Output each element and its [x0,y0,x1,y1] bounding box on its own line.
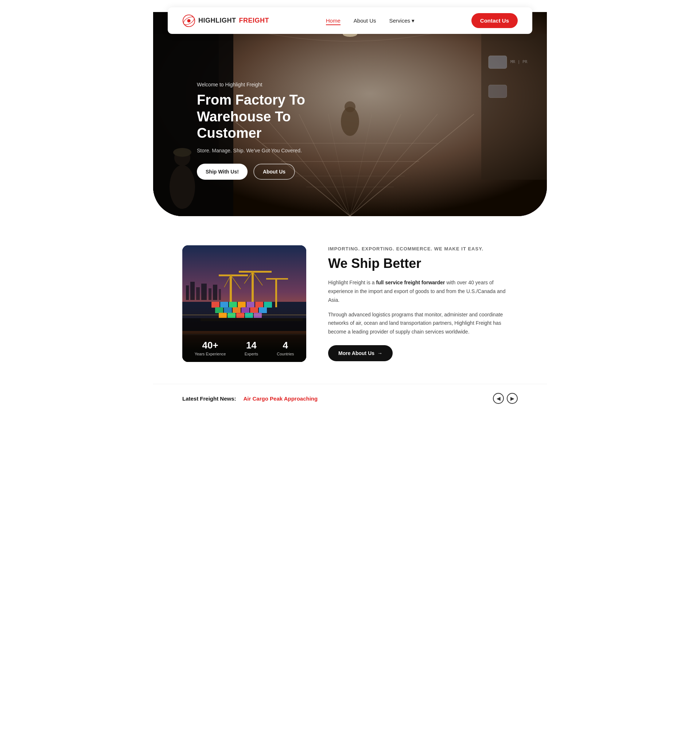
news-next-button[interactable]: ▶ [507,393,518,404]
svg-rect-58 [232,307,241,313]
stat-countries: 4 Countries [277,340,294,356]
svg-rect-33 [196,287,200,300]
stats-overlay: 40+ Years Experience 14 Experts 4 Countr… [182,334,306,362]
svg-rect-60 [250,307,258,313]
svg-rect-28 [488,85,507,98]
stat-years-number: 40+ [195,340,226,351]
nav-links: Home About Us Services ▾ [326,17,414,24]
arrow-left-icon: ◀ [497,395,501,401]
logo-text-highlight: HIGHLIGHT [198,17,236,25]
svg-point-2 [187,19,191,22]
stat-years: 40+ Years Experience [195,340,226,356]
svg-rect-48 [266,278,288,280]
svg-point-26 [173,148,192,157]
svg-rect-59 [241,307,249,313]
svg-rect-61 [259,307,267,313]
hero-content: Welcome to Highlight Freight From Factor… [197,82,343,180]
svg-rect-51 [229,302,237,308]
news-navigation: ◀ ▶ [493,393,518,404]
svg-rect-35 [209,288,212,300]
svg-point-24 [170,165,195,209]
news-prev-button[interactable]: ◀ [493,393,504,404]
more-about-button[interactable]: More About Us → [328,345,393,361]
news-label: Latest Freight News: [182,395,236,402]
stat-experts: 14 Experts [245,340,258,356]
svg-rect-49 [212,302,219,308]
about-image: 40+ Years Experience 14 Experts 4 Countr… [182,245,306,362]
about-content: IMPORTING. EXPORTING. ECOMMERCE. WE MAKE… [328,246,518,361]
svg-rect-50 [220,302,228,308]
svg-rect-65 [245,313,253,318]
svg-rect-34 [201,283,207,300]
svg-rect-47 [275,278,277,307]
svg-rect-40 [219,274,248,276]
ship-with-us-button[interactable]: Ship With Us! [197,164,248,180]
news-ticker: Latest Freight News: Air Cargo Peak Appr… [153,384,547,412]
hero-welcome-text: Welcome to Highlight Freight [197,82,343,87]
svg-rect-57 [224,307,232,313]
hero-title: From Factory To Warehouse To Customer [197,92,343,142]
nav-about[interactable]: About Us [354,17,376,24]
stat-years-label: Years Experience [195,352,226,356]
logo-text-freight: FREIGHT [239,17,269,25]
news-text: Air Cargo Peak Approaching [244,395,318,402]
svg-rect-66 [254,313,262,318]
svg-point-22 [344,101,356,112]
svg-rect-56 [215,307,223,313]
svg-rect-64 [236,313,244,318]
about-section: 40+ Years Experience 14 Experts 4 Countr… [153,216,547,384]
stat-countries-number: 4 [277,340,294,351]
hero-section: MR | PR Welcome to Highlight Freight Fro… [153,12,547,216]
stat-experts-label: Experts [245,352,258,356]
hero-buttons: Ship With Us! About Us [197,164,343,180]
stat-countries-label: Countries [277,352,294,356]
about-tagline: IMPORTING. EXPORTING. ECOMMERCE. WE MAKE… [328,246,518,251]
svg-rect-31 [186,285,189,300]
chevron-down-icon: ▾ [412,17,414,24]
hero-subtitle: Store. Manage. Ship. We've Got You Cover… [197,148,343,154]
svg-rect-53 [247,302,254,308]
news-content: Latest Freight News: Air Cargo Peak Appr… [182,395,318,402]
stat-experts-number: 14 [245,340,258,351]
arrow-right-btn-icon: ▶ [510,395,514,401]
svg-rect-54 [255,302,263,308]
nav-home[interactable]: Home [326,17,341,25]
svg-rect-63 [228,313,235,318]
svg-rect-36 [213,285,217,300]
svg-rect-27 [488,56,507,68]
nav-services[interactable]: Services ▾ [389,17,415,24]
svg-rect-44 [239,271,272,273]
about-paragraph-1: Highlight Freight is a full service frei… [328,279,518,304]
svg-rect-62 [219,313,227,318]
svg-rect-52 [238,302,246,308]
about-us-button[interactable]: About Us [253,164,295,180]
navbar: HIGHLIGHTFREIGHT Home About Us Services … [168,7,532,34]
svg-rect-55 [264,302,272,308]
contact-button[interactable]: Contact Us [471,13,518,28]
about-paragraph-2: Through advanced logistics programs that… [328,311,518,337]
about-heading: We Ship Better [328,256,518,271]
svg-rect-32 [190,282,195,300]
svg-text:MR | PR: MR | PR [510,60,527,64]
logo-icon [182,14,195,28]
svg-rect-37 [219,289,221,300]
arrow-right-icon: → [378,350,382,356]
logo[interactable]: HIGHLIGHTFREIGHT [182,14,269,28]
